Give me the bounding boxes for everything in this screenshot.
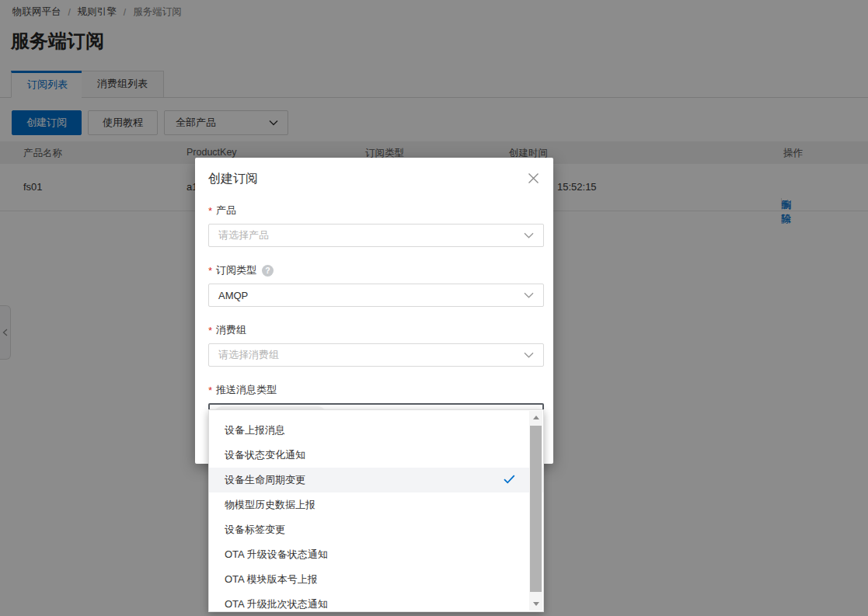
product-select[interactable]: 请选择产品	[208, 224, 544, 247]
close-icon[interactable]	[525, 170, 541, 186]
product-label-text: 产品	[216, 204, 236, 218]
required-mark: *	[208, 205, 212, 217]
consumer-group-label-text: 消费组	[216, 323, 246, 337]
dropdown-option[interactable]: 物模型历史数据上报	[209, 492, 543, 517]
dropdown-option[interactable]: 设备标签变更	[209, 517, 543, 542]
option-label: OTA 升级批次状态通知	[225, 597, 328, 611]
consumer-group-select[interactable]: 请选择消费组	[208, 343, 544, 367]
required-mark: *	[208, 265, 212, 277]
chevron-down-icon	[524, 232, 534, 238]
scroll-up-icon[interactable]	[529, 411, 542, 424]
consumer-group-placeholder: 请选择消费组	[218, 348, 279, 362]
dropdown-option[interactable]: 设备上报消息	[209, 418, 543, 443]
scroll-down-icon[interactable]	[529, 597, 542, 611]
dropdown-option[interactable]: OTA 升级设备状态通知	[209, 542, 543, 567]
subscription-type-select[interactable]: AMQP	[208, 284, 544, 307]
check-icon	[504, 475, 515, 484]
subscription-type-label-text: 订阅类型	[216, 263, 256, 277]
message-type-dropdown: 设备上报消息 设备状态变化通知 设备生命周期变更 物模型历史数据上报 设备标签变…	[208, 409, 544, 612]
required-mark: *	[208, 385, 212, 396]
option-label: 设备生命周期变更	[225, 473, 305, 487]
product-field-label: * 产品	[208, 204, 544, 218]
scrollbar-thumb[interactable]	[530, 426, 542, 592]
product-select-placeholder: 请选择产品	[218, 228, 269, 242]
subscription-type-value: AMQP	[218, 290, 248, 301]
help-icon[interactable]: ?	[262, 265, 274, 277]
dropdown-scrollbar[interactable]	[529, 411, 542, 611]
chevron-down-icon	[524, 352, 534, 358]
dropdown-option[interactable]: OTA 升级批次状态通知	[209, 592, 543, 612]
message-type-field-label: * 推送消息类型	[208, 383, 544, 397]
option-label: 物模型历史数据上报	[225, 498, 315, 512]
option-label: 设备标签变更	[225, 523, 285, 537]
modal-title: 创建订阅	[208, 171, 544, 187]
option-label: 设备状态变化通知	[225, 448, 305, 462]
subscription-type-field-label: * 订阅类型 ?	[208, 263, 544, 277]
dropdown-option[interactable]: OTA 模块版本号上报	[209, 567, 543, 592]
dropdown-option[interactable]: 设备状态变化通知	[209, 443, 543, 468]
chevron-down-icon	[524, 292, 534, 298]
consumer-group-field-label: * 消费组	[208, 323, 544, 337]
option-label: OTA 模块版本号上报	[225, 572, 318, 586]
option-label: 设备上报消息	[225, 423, 285, 437]
required-mark: *	[208, 325, 212, 336]
message-type-label-text: 推送消息类型	[216, 383, 277, 397]
option-label: OTA 升级设备状态通知	[225, 548, 328, 562]
dropdown-option-selected[interactable]: 设备生命周期变更	[209, 468, 543, 492]
